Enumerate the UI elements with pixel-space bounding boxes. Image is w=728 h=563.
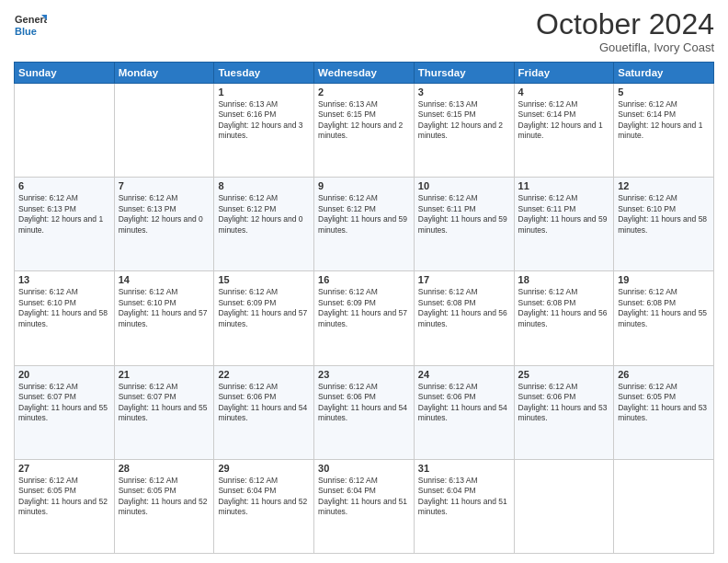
cell-content: Sunrise: 6:12 AM Sunset: 6:12 PM Dayligh… [318,193,410,236]
cell-content: Sunrise: 6:12 AM Sunset: 6:05 PM Dayligh… [119,476,210,518]
cell-content: Sunrise: 6:12 AM Sunset: 6:08 PM Dayligh… [618,287,710,329]
calendar-day-header: Sunday [15,63,115,84]
calendar-cell: 21Sunrise: 6:12 AM Sunset: 6:07 PM Dayli… [114,365,214,459]
cell-content: Sunrise: 6:12 AM Sunset: 6:14 PM Dayligh… [618,99,710,142]
day-number: 7 [119,180,210,191]
cell-content: Sunrise: 6:12 AM Sunset: 6:12 PM Dayligh… [218,193,310,236]
day-number: 18 [518,274,610,285]
cell-content: Sunrise: 6:12 AM Sunset: 6:14 PM Dayligh… [518,99,610,142]
day-number: 23 [318,369,410,380]
calendar-cell: 2Sunrise: 6:13 AM Sunset: 6:15 PM Daylig… [314,84,415,178]
calendar-cell: 18Sunrise: 6:12 AM Sunset: 6:08 PM Dayli… [514,271,614,365]
cell-content: Sunrise: 6:12 AM Sunset: 6:06 PM Dayligh… [318,382,410,424]
calendar-cell: 27Sunrise: 6:12 AM Sunset: 6:05 PM Dayli… [15,459,115,553]
logo-svg: General Blue [14,9,47,42]
header: General Blue October 2024 Gouetifla, Ivo… [14,9,714,54]
cell-content: Sunrise: 6:12 AM Sunset: 6:06 PM Dayligh… [218,382,310,424]
calendar-cell: 11Sunrise: 6:12 AM Sunset: 6:11 PM Dayli… [514,178,614,271]
cell-content: Sunrise: 6:12 AM Sunset: 6:10 PM Dayligh… [119,287,210,329]
calendar-cell: 31Sunrise: 6:13 AM Sunset: 6:04 PM Dayli… [414,459,514,553]
cell-content: Sunrise: 6:12 AM Sunset: 6:04 PM Dayligh… [218,476,310,518]
day-number: 13 [18,274,110,285]
calendar-cell: 23Sunrise: 6:12 AM Sunset: 6:06 PM Dayli… [314,365,415,459]
cell-content: Sunrise: 6:12 AM Sunset: 6:04 PM Dayligh… [318,476,410,518]
day-number: 14 [119,274,210,285]
calendar-cell: 16Sunrise: 6:12 AM Sunset: 6:09 PM Dayli… [314,271,415,365]
day-number: 4 [518,86,610,98]
calendar-cell: 15Sunrise: 6:12 AM Sunset: 6:09 PM Dayli… [214,271,314,365]
cell-content: Sunrise: 6:12 AM Sunset: 6:13 PM Dayligh… [119,193,210,236]
cell-content: Sunrise: 6:12 AM Sunset: 6:07 PM Dayligh… [119,382,210,424]
calendar-day-header: Friday [514,63,614,84]
calendar-cell: 19Sunrise: 6:12 AM Sunset: 6:08 PM Dayli… [614,271,714,365]
calendar-day-header: Wednesday [314,63,415,84]
day-number: 19 [618,274,710,285]
day-number: 2 [318,86,410,98]
calendar-cell: 1Sunrise: 6:13 AM Sunset: 6:16 PM Daylig… [214,84,314,178]
month-title: October 2024 [536,9,714,39]
calendar-cell: 26Sunrise: 6:12 AM Sunset: 6:05 PM Dayli… [614,365,714,459]
calendar-week-row: 27Sunrise: 6:12 AM Sunset: 6:05 PM Dayli… [15,459,714,553]
day-number: 1 [218,86,310,98]
svg-text:Blue: Blue [15,26,37,37]
svg-text:General: General [15,14,47,25]
day-number: 21 [119,369,210,380]
cell-content: Sunrise: 6:12 AM Sunset: 6:06 PM Dayligh… [418,382,510,424]
calendar-cell: 20Sunrise: 6:12 AM Sunset: 6:07 PM Dayli… [15,365,115,459]
calendar-cell: 22Sunrise: 6:12 AM Sunset: 6:06 PM Dayli… [214,365,314,459]
calendar-week-row: 1Sunrise: 6:13 AM Sunset: 6:16 PM Daylig… [15,84,714,178]
calendar-day-header: Saturday [614,63,714,84]
day-number: 27 [18,463,110,474]
day-number: 16 [318,274,410,285]
cell-content: Sunrise: 6:13 AM Sunset: 6:04 PM Dayligh… [418,476,510,518]
day-number: 11 [518,180,610,191]
logo: General Blue [14,9,47,42]
calendar-cell [15,84,115,178]
calendar-week-row: 13Sunrise: 6:12 AM Sunset: 6:10 PM Dayli… [15,271,714,365]
calendar-cell: 28Sunrise: 6:12 AM Sunset: 6:05 PM Dayli… [114,459,214,553]
cell-content: Sunrise: 6:12 AM Sunset: 6:11 PM Dayligh… [518,193,610,236]
calendar-table: SundayMondayTuesdayWednesdayThursdayFrid… [14,62,714,554]
calendar-cell: 6Sunrise: 6:12 AM Sunset: 6:13 PM Daylig… [15,178,115,271]
calendar-header-row: SundayMondayTuesdayWednesdayThursdayFrid… [15,63,714,84]
day-number: 24 [418,369,510,380]
day-number: 6 [18,180,110,191]
day-number: 25 [518,369,610,380]
cell-content: Sunrise: 6:12 AM Sunset: 6:10 PM Dayligh… [618,193,710,236]
calendar-day-header: Thursday [414,63,514,84]
cell-content: Sunrise: 6:13 AM Sunset: 6:15 PM Dayligh… [318,99,410,142]
calendar-cell [114,84,214,178]
cell-content: Sunrise: 6:12 AM Sunset: 6:10 PM Dayligh… [18,287,110,329]
calendar-cell: 30Sunrise: 6:12 AM Sunset: 6:04 PM Dayli… [314,459,415,553]
calendar-cell: 7Sunrise: 6:12 AM Sunset: 6:13 PM Daylig… [114,178,214,271]
calendar-cell: 13Sunrise: 6:12 AM Sunset: 6:10 PM Dayli… [15,271,115,365]
day-number: 10 [418,180,510,191]
cell-content: Sunrise: 6:12 AM Sunset: 6:11 PM Dayligh… [418,193,510,236]
cell-content: Sunrise: 6:12 AM Sunset: 6:06 PM Dayligh… [518,382,610,424]
calendar-cell: 17Sunrise: 6:12 AM Sunset: 6:08 PM Dayli… [414,271,514,365]
day-number: 28 [119,463,210,474]
title-block: October 2024 Gouetifla, Ivory Coast [536,9,714,54]
day-number: 15 [218,274,310,285]
day-number: 5 [618,86,710,98]
calendar-cell: 5Sunrise: 6:12 AM Sunset: 6:14 PM Daylig… [614,84,714,178]
calendar-cell: 29Sunrise: 6:12 AM Sunset: 6:04 PM Dayli… [214,459,314,553]
calendar-day-header: Monday [114,63,214,84]
calendar-cell [514,459,614,553]
calendar-cell: 9Sunrise: 6:12 AM Sunset: 6:12 PM Daylig… [314,178,415,271]
calendar-cell: 3Sunrise: 6:13 AM Sunset: 6:15 PM Daylig… [414,84,514,178]
cell-content: Sunrise: 6:12 AM Sunset: 6:13 PM Dayligh… [18,193,110,236]
day-number: 30 [318,463,410,474]
calendar-cell: 8Sunrise: 6:12 AM Sunset: 6:12 PM Daylig… [214,178,314,271]
calendar-cell [614,459,714,553]
day-number: 26 [618,369,710,380]
cell-content: Sunrise: 6:12 AM Sunset: 6:07 PM Dayligh… [18,382,110,424]
calendar-week-row: 20Sunrise: 6:12 AM Sunset: 6:07 PM Dayli… [15,365,714,459]
calendar-week-row: 6Sunrise: 6:12 AM Sunset: 6:13 PM Daylig… [15,178,714,271]
calendar-cell: 4Sunrise: 6:12 AM Sunset: 6:14 PM Daylig… [514,84,614,178]
calendar-cell: 24Sunrise: 6:12 AM Sunset: 6:06 PM Dayli… [414,365,514,459]
cell-content: Sunrise: 6:13 AM Sunset: 6:15 PM Dayligh… [418,99,510,142]
cell-content: Sunrise: 6:13 AM Sunset: 6:16 PM Dayligh… [218,99,310,142]
location-subtitle: Gouetifla, Ivory Coast [536,40,714,54]
cell-content: Sunrise: 6:12 AM Sunset: 6:05 PM Dayligh… [18,476,110,518]
